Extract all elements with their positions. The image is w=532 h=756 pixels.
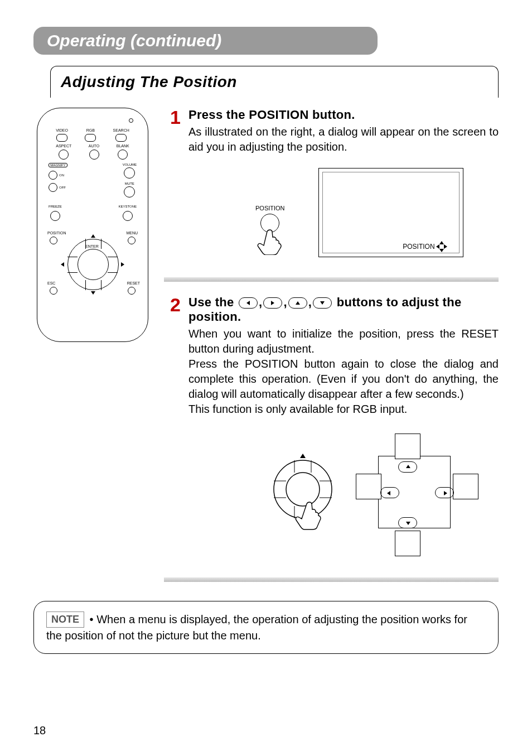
svg-point-1 <box>286 473 320 506</box>
remote-btn-keystone <box>123 211 133 221</box>
press-position-illustration: POSITION <box>255 205 285 257</box>
section-title: Adjusting The Position <box>61 73 498 91</box>
remote-label-freeze: FREEZE <box>49 205 62 208</box>
remote-label-reset: RESET <box>127 281 140 285</box>
remote-label-esc: ESC <box>47 281 55 285</box>
screen-dialog-illustration: POSITION <box>318 168 463 257</box>
remote-led-icon <box>129 118 133 123</box>
section-title-box: Adjusting The Position <box>50 66 499 98</box>
press-position-label: POSITION <box>255 205 285 211</box>
step-2-text: When you want to initialize the position… <box>188 326 499 417</box>
arrow-left-oval-icon <box>380 487 399 498</box>
chapter-title: Operating (continued) <box>33 27 378 55</box>
remote-btn-rgb: RGB <box>85 128 96 142</box>
remote-label-keystone: KEYSTONE <box>118 205 137 208</box>
remote-label-magnify: MAGNIFY <box>49 163 67 167</box>
screen-shift-illustration <box>356 434 478 556</box>
remote-btn-reset <box>128 287 136 295</box>
step-2-number: 2 <box>164 295 181 562</box>
step-2: 2 Use the ,,, buttons to adjust the posi… <box>164 295 499 562</box>
remote-dpad-illustration <box>267 450 339 540</box>
remote-label-off: OFF <box>59 186 66 189</box>
screen-position-label: POSITION <box>403 243 434 251</box>
hand-pointer-icon <box>256 229 284 255</box>
step-1-diagram: POSITION POSITION <box>255 168 499 257</box>
remote-arrow-right-icon <box>121 262 124 267</box>
remote-label-on: ON <box>59 174 64 177</box>
remote-control-illustration: VIDEO RGB SEARCH ASPECT AUTO BLANK MAGNI… <box>37 108 148 342</box>
separator-bar <box>164 277 499 282</box>
arrow-down-oval-icon <box>398 517 417 528</box>
arrow-up-oval-icon <box>398 461 417 473</box>
step-1-number: 1 <box>164 108 181 262</box>
remote-dpad-enter <box>78 249 109 280</box>
arrow-right-oval-icon <box>263 297 282 309</box>
remote-btn-freeze <box>50 211 60 221</box>
arrow-right-oval-icon <box>435 487 454 498</box>
arrow-left-oval-icon <box>239 297 258 309</box>
svg-marker-10 <box>300 454 306 458</box>
remote-btn-mute <box>124 186 135 198</box>
remote-arrow-left-icon <box>61 262 64 267</box>
remote-btn-position <box>50 237 57 244</box>
remote-label-volume: VOLUME <box>123 163 137 166</box>
remote-label-enter: ENTER <box>85 244 99 248</box>
note-text: • When a menu is displayed, the operatio… <box>46 613 467 642</box>
remote-btn-esc <box>50 287 57 295</box>
step-1: 1 Press the POSITION button. As illustra… <box>164 108 499 262</box>
step-1-text: As illustrated on the right, a dialog wi… <box>188 124 499 155</box>
remote-arrow-down-icon <box>91 291 95 295</box>
step-2-heading: Use the ,,, buttons to adjust the positi… <box>188 295 499 324</box>
cross-arrows-icon <box>437 242 446 251</box>
remote-dpad-area: POSITION MENU ENTER ESC RESE <box>37 229 148 307</box>
remote-btn-blank: BLANK <box>117 144 129 160</box>
remote-btn-video: VIDEO <box>56 128 68 142</box>
step-2-diagram <box>267 434 499 556</box>
note-box: NOTE • When a menu is displayed, the ope… <box>33 601 499 654</box>
remote-label-menu: MENU <box>126 231 138 235</box>
remote-arrow-up-icon <box>91 234 95 238</box>
remote-label-mute: MUTE <box>125 182 134 185</box>
arrow-up-oval-icon <box>288 297 307 309</box>
remote-btn-menu <box>128 237 136 244</box>
remote-label-position: POSITION <box>47 231 66 235</box>
remote-btn-auto: AUTO <box>89 144 99 160</box>
separator-bar <box>164 577 499 582</box>
remote-btn-search: SEARCH <box>113 128 129 142</box>
step-1-heading: Press the POSITION button. <box>188 108 499 122</box>
note-tag: NOTE <box>46 611 84 628</box>
remote-btn-magnify-on <box>49 171 57 180</box>
remote-btn-magnify-off <box>49 183 57 192</box>
remote-btn-aspect: ASPECT <box>56 144 71 160</box>
page-number: 18 <box>33 724 46 737</box>
remote-btn-volume <box>124 167 135 179</box>
arrow-down-oval-icon <box>313 297 332 309</box>
